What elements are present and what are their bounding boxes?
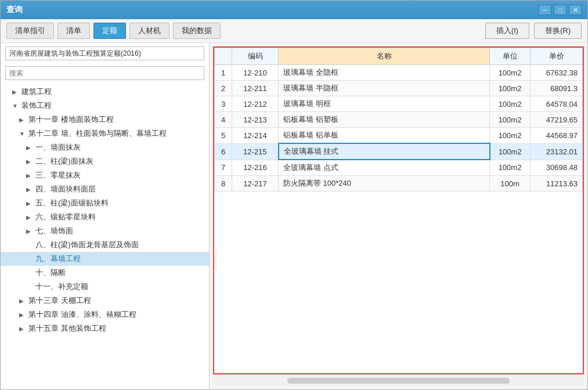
tree-item[interactable]: 八、柱(梁)饰面龙骨基层及饰面 [1,238,209,252]
tree-item[interactable]: ▶二、柱(梁)面抹灰 [1,154,209,168]
cell-unit: 100m [490,176,531,192]
cell-name: 铝板幕墙 铝单板 [279,128,490,144]
table-body: 1 12-210 玻璃幕墙 全隐框 100m2 67632.38 2 12-21… [215,65,583,192]
col-header-num [215,48,232,65]
cell-unit: 100m2 [490,128,531,144]
tree-item[interactable]: ▶第十三章 天棚工程 [1,294,209,308]
cell-num: 1 [215,65,232,81]
horizontal-scrollbar[interactable] [287,378,510,384]
tab-qingdan[interactable]: 清单 [57,23,90,39]
tree-item[interactable]: ▶建筑工程 [1,85,209,99]
tab-mydata[interactable]: 我的数据 [173,23,221,39]
cell-name: 玻璃幕墙 明框 [279,96,490,112]
tree-item[interactable]: ▶六、镶贴零星块料 [1,210,209,224]
cell-code: 12-212 [232,96,279,112]
quota-dropdown[interactable]: 河南省房屋建筑与装饰工程预算定额(2016) [5,46,204,60]
cell-name: 铝板幕墙 铝塑板 [279,112,490,128]
table-row[interactable]: 8 12-217 防火隔离带 100*240 100m 11213.63 [215,176,583,192]
cell-name: 全玻璃幕墙 点式 [279,160,490,176]
tree-item[interactable]: ▼第十二章 墙、柱面装饰与隔断、幕墙工程 [1,127,209,140]
cell-price: 44568.97 [531,128,583,144]
tree-item[interactable]: ▶五、柱(梁)面镶贴块料 [1,196,209,210]
table-row[interactable]: 5 12-214 铝板幕墙 铝单板 100m2 44568.97 [215,128,583,144]
search-input[interactable] [5,66,204,80]
table-header: 编码 名称 单位 单价 [215,48,583,65]
tab-dinge[interactable]: 定额 [93,23,126,39]
cell-code: 12-215 [232,143,279,160]
window-controls: ─ □ ✕ [539,5,582,15]
cell-code: 12-213 [232,112,279,128]
cell-price: 23132.01 [531,143,583,160]
main-window: 查询 ─ □ ✕ 清单指引 清单 定额 人材机 我的数据 插入(I) 替换(R)… [0,0,588,390]
left-panel: 河南省房屋建筑与装饰工程预算定额(2016) ▶建筑工程▼装饰工程▶第十一章 楼… [1,43,210,389]
cell-num: 4 [215,112,232,128]
close-button[interactable]: ✕ [569,5,582,15]
cell-price: 68091.3 [531,81,583,96]
maximize-button[interactable]: □ [554,5,567,15]
cell-num: 7 [215,160,232,176]
col-header-name: 名称 [279,48,490,65]
tree-item[interactable]: ▶四、墙面块料面层 [1,182,209,196]
table-row[interactable]: 7 12-216 全玻璃幕墙 点式 100m2 30698.48 [215,160,583,176]
tree-item[interactable]: ▶第十一章 楼地面装饰工程 [1,113,209,127]
cell-price: 64578.04 [531,96,583,112]
col-header-price: 单价 [531,48,583,65]
cell-unit: 100m2 [490,96,531,112]
right-panel: 编码 名称 单位 单价 1 12-210 玻璃幕墙 全隐框 100m2 6763… [210,43,587,389]
col-header-unit: 单位 [490,48,531,65]
minimize-button[interactable]: ─ [539,5,551,15]
toolbar: 清单指引 清单 定额 人材机 我的数据 插入(I) 替换(R) [1,19,587,43]
cell-code: 12-217 [232,176,279,192]
cell-unit: 100m2 [490,143,531,160]
table-row[interactable]: 1 12-210 玻璃幕墙 全隐框 100m2 67632.38 [215,65,583,81]
cell-unit: 100m2 [490,65,531,81]
cell-unit: 100m2 [490,81,531,96]
replace-button[interactable]: 替换(R) [534,23,582,39]
tab-bar: 清单指引 清单 定额 人材机 我的数据 [6,23,221,39]
tree-item[interactable]: ▶三、零星抹灰 [1,168,209,182]
toolbar-actions: 插入(I) 替换(R) [485,23,582,39]
title-bar: 查询 ─ □ ✕ [1,1,587,19]
insert-button[interactable]: 插入(I) [485,23,529,39]
cell-price: 11213.63 [531,176,583,192]
col-header-code: 编码 [232,48,279,65]
table-row[interactable]: 4 12-213 铝板幕墙 铝塑板 100m2 47219.65 [215,112,583,128]
cell-num: 2 [215,81,232,96]
bottom-bar [213,374,584,386]
cell-name: 全玻璃幕墙 挂式 [279,143,490,160]
cell-name: 防火隔离带 100*240 [279,176,490,192]
cell-price: 67632.38 [531,65,583,81]
cell-name: 玻璃幕墙 全隐框 [279,65,490,81]
data-table-wrapper: 编码 名称 单位 单价 1 12-210 玻璃幕墙 全隐框 100m2 6763… [213,46,584,374]
tree-item[interactable]: 九、幕墙工程 [1,252,209,266]
tree-item[interactable]: 十、隔断 [1,266,209,280]
tree-item[interactable]: ▶一、墙面抹灰 [1,140,209,154]
tree-container: ▶建筑工程▼装饰工程▶第十一章 楼地面装饰工程▼第十二章 墙、柱面装饰与隔断、幕… [1,82,209,389]
tab-rencaiji[interactable]: 人材机 [129,23,169,39]
table-row[interactable]: 6 12-215 全玻璃幕墙 挂式 100m2 23132.01 [215,143,583,160]
tree-item[interactable]: ▶七、墙饰面 [1,224,209,238]
cell-code: 12-216 [232,160,279,176]
cell-num: 3 [215,96,232,112]
main-content: 河南省房屋建筑与装饰工程预算定额(2016) ▶建筑工程▼装饰工程▶第十一章 楼… [1,43,587,389]
cell-unit: 100m2 [490,160,531,176]
cell-code: 12-211 [232,81,279,96]
table-row[interactable]: 3 12-212 玻璃幕墙 明框 100m2 64578.04 [215,96,583,112]
cell-unit: 100m2 [490,112,531,128]
cell-num: 5 [215,128,232,144]
table-row[interactable]: 2 12-211 玻璃幕墙 半隐框 100m2 68091.3 [215,81,583,96]
cell-num: 6 [215,143,232,160]
cell-name: 玻璃幕墙 半隐框 [279,81,490,96]
window-title: 查询 [6,5,23,15]
tree-item[interactable]: ▶第十四章 油漆、涂料、裱糊工程 [1,308,209,322]
tree-item[interactable]: 十一、补充定额 [1,280,209,294]
cell-price: 47219.65 [531,112,583,128]
cell-num: 8 [215,176,232,192]
cell-code: 12-210 [232,65,279,81]
tree-item[interactable]: ▶第十五章 其他装饰工程 [1,322,209,335]
cell-code: 12-214 [232,128,279,144]
data-table: 编码 名称 单位 单价 1 12-210 玻璃幕墙 全隐框 100m2 6763… [214,48,583,192]
tab-qingdan-zhiyin[interactable]: 清单指引 [6,23,54,39]
tree-item[interactable]: ▼装饰工程 [1,99,209,113]
cell-price: 30698.48 [531,160,583,176]
